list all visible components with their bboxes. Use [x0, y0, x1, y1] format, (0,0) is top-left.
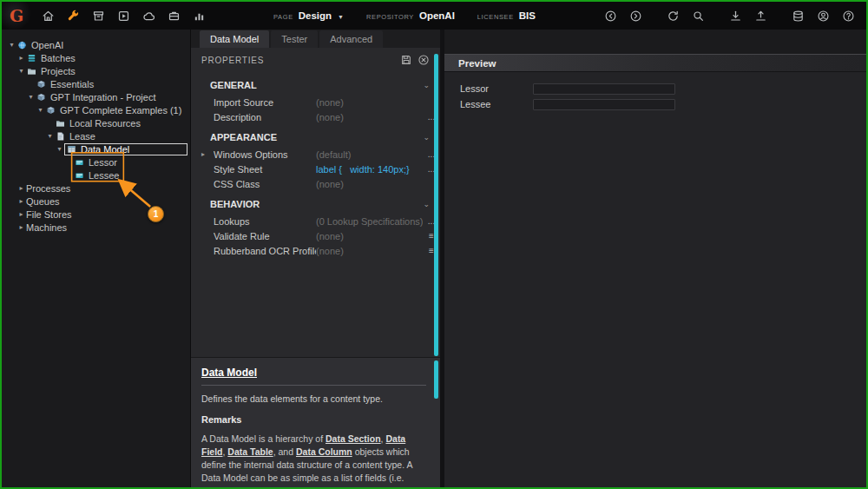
expander-expanded-icon[interactable]: ▾: [36, 106, 45, 114]
expander-collapsed-icon[interactable]: ▸: [201, 150, 205, 158]
property-value[interactable]: (default): [316, 149, 423, 160]
expander-collapsed-icon[interactable]: ▸: [16, 223, 26, 231]
doc-link[interactable]: Data Column: [296, 446, 352, 457]
user-icon-button[interactable]: [813, 6, 832, 25]
property-value[interactable]: (none): [316, 231, 423, 241]
tree-item-queues[interactable]: ▸Queues: [2, 195, 190, 208]
property-row-windows-options[interactable]: ▸Windows Options(default)...: [191, 147, 440, 162]
expander-expanded-icon[interactable]: ▾: [45, 132, 55, 140]
property-value[interactable]: (none): [316, 179, 423, 189]
tab-advanced[interactable]: Advanced: [319, 30, 383, 48]
user-icon: [817, 10, 830, 23]
save-icon[interactable]: [400, 54, 412, 66]
section-header-general[interactable]: GENERAL⌄: [191, 76, 440, 95]
help-summary: Defines the data elements for a content …: [201, 393, 426, 404]
property-value[interactable]: (0 Lookup Specifications): [316, 216, 423, 227]
lessor-input[interactable]: [533, 83, 675, 95]
tree-item-projects[interactable]: ▾Projects: [2, 64, 190, 77]
tree-item-lessee[interactable]: Lessee: [2, 169, 190, 182]
tab-bar: Data ModelTesterAdvanced: [191, 30, 440, 48]
home-icon: [42, 10, 55, 23]
tree-item-gpt-complete-examples-1[interactable]: ▾GPT Complete Examples (1): [2, 103, 190, 116]
property-value[interactable]: (none): [316, 246, 423, 256]
tree-item-lessor[interactable]: Lessor: [2, 155, 190, 169]
tree-item-label: Lessor: [89, 157, 117, 168]
expander-collapsed-icon[interactable]: ▸: [16, 210, 26, 218]
tree-item-batches[interactable]: ▸Batches: [2, 51, 190, 64]
cloud-icon-button[interactable]: [139, 6, 158, 25]
section-header-appearance[interactable]: APPEARANCE⌄: [191, 128, 440, 147]
context-repository[interactable]: REPOSITORYOpenAI: [366, 10, 455, 21]
tree-item-openai[interactable]: ▾OpenAI: [2, 38, 190, 51]
tree-item-label: Machines: [26, 222, 67, 233]
property-row-css-class[interactable]: CSS Class(none): [191, 176, 440, 191]
expander-collapsed-icon[interactable]: ▸: [16, 197, 26, 205]
expander-collapsed-icon[interactable]: ▸: [16, 54, 26, 62]
help-icon-button[interactable]: [838, 6, 858, 25]
context-selectors: PAGEDesign▼REPOSITORYOpenAILICENSEEBIS: [273, 10, 536, 21]
lessee-input[interactable]: [533, 99, 675, 110]
app-logo[interactable]: G: [2, 2, 31, 30]
tree-item-label: GPT Complete Examples (1): [60, 105, 181, 116]
tree-item-label: Data Model: [81, 144, 129, 155]
section-title: GENERAL: [210, 80, 257, 90]
close-icon[interactable]: [418, 54, 430, 66]
properties-panel: Data ModelTesterAdvanced PROPERTIES GENE…: [191, 30, 440, 487]
tree-item-lease[interactable]: ▾Lease: [2, 129, 190, 142]
property-row-lookups[interactable]: Lookups(0 Lookup Specifications)...: [191, 214, 440, 228]
property-label: Style Sheet: [214, 164, 316, 175]
tree-item-essentials[interactable]: Essentials: [2, 77, 190, 90]
context-licensee[interactable]: LICENSEEBIS: [477, 10, 536, 21]
forward-circle-icon-button[interactable]: [626, 6, 645, 25]
property-value[interactable]: (none): [316, 112, 423, 122]
property-row-style-sheet[interactable]: Style Sheetlabel { width: 140px;}...: [191, 162, 440, 176]
tree-item-gpt-integration-project[interactable]: ▾GPT Integration - Project: [2, 90, 190, 103]
tree-item-machines[interactable]: ▸Machines: [2, 221, 190, 234]
bar-chart-icon-button[interactable]: [189, 6, 208, 25]
tree-item-data-model[interactable]: ▾Data Model: [2, 142, 190, 155]
property-row-validate-rule[interactable]: Validate Rule(none)≡: [191, 228, 440, 243]
doc-link[interactable]: Data Table: [227, 446, 273, 457]
archive-icon-button[interactable]: [89, 6, 108, 25]
tree-item-local-resources[interactable]: Local Resources: [2, 116, 190, 129]
wrench-icon-button[interactable]: [63, 6, 82, 25]
property-value[interactable]: (none): [316, 97, 423, 108]
forward-circle-icon: [629, 10, 642, 23]
doc-link[interactable]: Data Section: [326, 433, 381, 444]
refresh-icon-button[interactable]: [663, 6, 682, 25]
download-icon-button[interactable]: [726, 6, 745, 25]
property-value[interactable]: label { width: 140px;}: [316, 164, 423, 175]
property-row-rubberband-ocr-profile[interactable]: Rubberband OCR Profile(none)≡: [191, 243, 440, 258]
layers-icon-button[interactable]: [788, 6, 807, 25]
selected-node-box: Data Model: [64, 143, 187, 155]
help-scrollbar[interactable]: [434, 360, 438, 399]
tab-tester[interactable]: Tester: [271, 30, 318, 48]
context-page[interactable]: PAGEDesign▼: [273, 10, 344, 21]
help-icon: [842, 10, 855, 23]
properties-scrollbar[interactable]: [434, 54, 438, 356]
play-box-icon-button[interactable]: [114, 6, 133, 25]
upload-icon-button[interactable]: [751, 6, 770, 25]
navigation-tree-panel: ▾OpenAI▸Batches▾ProjectsEssentials▾GPT I…: [2, 30, 191, 487]
folder-icon: [26, 66, 37, 76]
expander-expanded-icon[interactable]: ▾: [55, 145, 64, 153]
property-label: Lookups: [214, 216, 316, 227]
briefcase-icon-button[interactable]: [164, 6, 183, 25]
back-circle-icon-button[interactable]: [601, 6, 620, 25]
chevron-down-icon: ⌄: [423, 81, 430, 89]
expander-expanded-icon[interactable]: ▾: [7, 41, 16, 49]
property-label: Import Source: [214, 97, 316, 108]
tree-item-processes[interactable]: ▸Processes: [2, 182, 190, 195]
preview-top-strip: [444, 30, 866, 54]
section-header-behavior[interactable]: BEHAVIOR⌄: [191, 195, 440, 214]
expander-expanded-icon[interactable]: ▾: [16, 67, 26, 75]
property-row-description[interactable]: Description(none)...: [191, 109, 440, 124]
grid-icon: [66, 144, 77, 155]
toolbar-right-icons: [594, 6, 866, 25]
expander-expanded-icon[interactable]: ▾: [26, 93, 36, 101]
expander-collapsed-icon[interactable]: ▸: [16, 184, 26, 192]
search-icon-button[interactable]: [688, 6, 707, 25]
property-row-import-source[interactable]: Import Source(none): [191, 95, 440, 109]
tab-data-model[interactable]: Data Model: [200, 30, 269, 48]
home-icon-button[interactable]: [38, 6, 57, 25]
